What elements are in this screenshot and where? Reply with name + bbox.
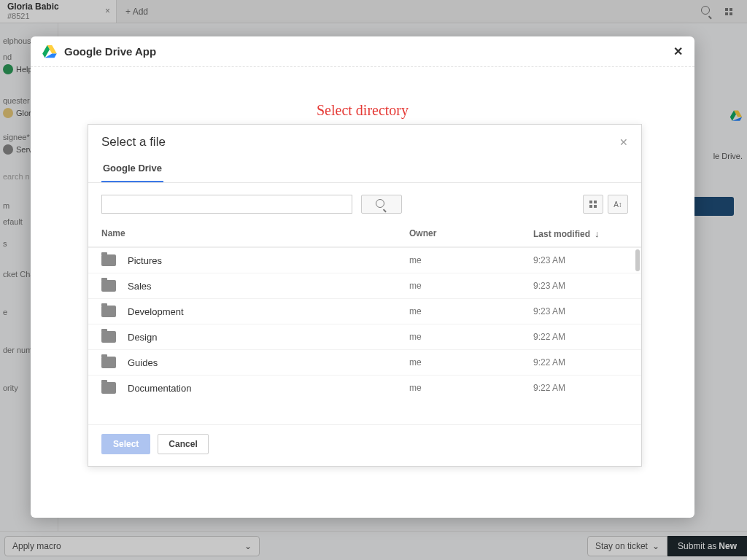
google-drive-icon [42, 45, 57, 58]
search-icon [376, 198, 388, 211]
file-owner: me [409, 306, 533, 316]
picker-footer: Select Cancel [88, 424, 641, 466]
google-file-picker: Select a file ✕ Google Drive A↕ Name Own… [88, 124, 642, 467]
file-owner: me [409, 255, 533, 265]
file-owner: me [409, 383, 533, 393]
picker-toolbar: A↕ [88, 183, 641, 221]
file-owner: me [409, 332, 533, 342]
select-directory-instruction: Select directory [31, 102, 694, 119]
file-name: Design [128, 332, 409, 343]
col-header-modified-label: Last modified [533, 229, 590, 239]
file-name: Development [128, 306, 409, 317]
file-owner: me [409, 357, 533, 368]
picker-column-headers: Name Owner Last modified ↓ [88, 221, 641, 247]
col-header-name[interactable]: Name [101, 228, 409, 239]
file-modified: 9:22 AM [533, 383, 628, 393]
sort-az-icon: A↕ [614, 201, 622, 209]
folder-icon [101, 254, 116, 266]
grid-view-button[interactable] [583, 195, 603, 214]
sort-desc-arrow-icon: ↓ [595, 228, 600, 239]
picker-file-list: Picturesme9:23 AMSalesme9:23 AMDevelopme… [88, 247, 641, 424]
close-icon[interactable]: ✕ [673, 44, 683, 58]
picker-title: Select a file [101, 135, 166, 149]
folder-icon [101, 331, 116, 343]
file-name: Pictures [128, 255, 409, 266]
file-row[interactable]: Designme9:22 AM [88, 324, 641, 350]
file-row[interactable]: Salesme9:23 AM [88, 273, 641, 299]
outer-modal-title: Google Drive App [64, 45, 156, 58]
file-name: Guides [128, 357, 409, 368]
file-modified: 9:23 AM [533, 306, 628, 316]
picker-tabs: Google Drive [88, 149, 641, 183]
picker-search-input[interactable] [101, 195, 352, 214]
file-modified: 9:23 AM [533, 281, 628, 291]
select-button[interactable]: Select [101, 434, 150, 454]
folder-icon [101, 382, 116, 394]
folder-icon [101, 280, 116, 292]
folder-icon [101, 306, 116, 317]
picker-view-toggle: A↕ [583, 195, 628, 214]
cancel-button[interactable]: Cancel [158, 434, 208, 454]
file-name: Documentation [128, 383, 409, 394]
file-row[interactable]: Guidesme9:22 AM [88, 350, 641, 376]
file-modified: 9:22 AM [533, 332, 628, 342]
col-header-modified[interactable]: Last modified ↓ [533, 228, 628, 239]
file-row[interactable]: Developmentme9:23 AM [88, 299, 641, 324]
outer-modal-header: Google Drive App ✕ [31, 36, 694, 67]
file-modified: 9:23 AM [533, 255, 628, 265]
picker-header: Select a file ✕ [88, 125, 641, 149]
file-owner: me [409, 281, 533, 291]
picker-tab-google-drive[interactable]: Google Drive [101, 157, 163, 182]
file-row[interactable]: Picturesme9:23 AM [88, 248, 641, 273]
file-row[interactable]: Documentationme9:22 AM [88, 376, 641, 400]
grid-view-icon [589, 201, 597, 208]
close-icon[interactable]: ✕ [619, 136, 628, 148]
scrollbar-thumb[interactable] [635, 249, 640, 271]
file-name: Sales [128, 281, 409, 292]
file-modified: 9:22 AM [533, 357, 628, 368]
col-header-owner[interactable]: Owner [409, 228, 533, 239]
google-drive-app-modal: Google Drive App ✕ Select directory Sele… [31, 36, 694, 518]
picker-search-button[interactable] [361, 195, 402, 214]
folder-icon [101, 357, 116, 368]
sort-az-button[interactable]: A↕ [608, 195, 628, 214]
scrollbar[interactable] [634, 248, 641, 424]
